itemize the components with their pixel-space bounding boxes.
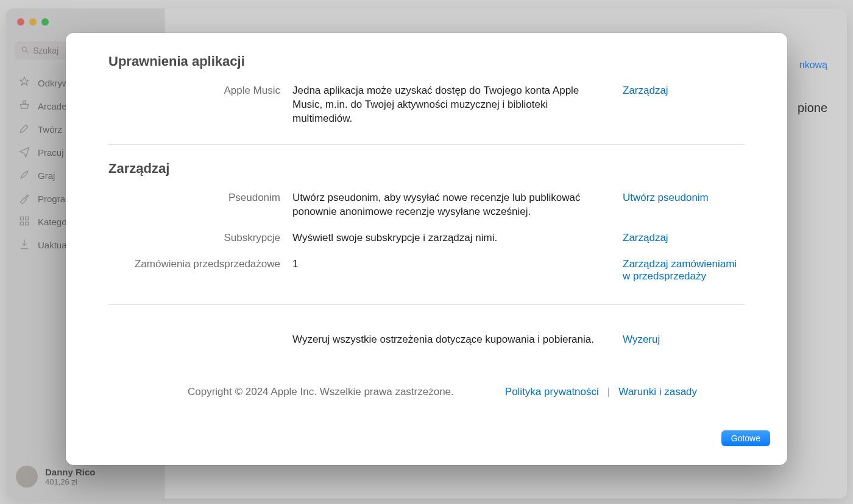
sheet-footer: Gotowe: [66, 421, 787, 465]
svg-rect-4: [26, 217, 29, 220]
row-label: Pseudonim: [108, 191, 280, 204]
divider: [108, 304, 745, 305]
hammer-icon: [18, 192, 30, 206]
manage-subscriptions-link[interactable]: Zarządzaj: [623, 232, 668, 243]
divider: [108, 144, 745, 145]
search-icon: [21, 46, 33, 56]
maximize-window-button[interactable]: [41, 18, 49, 26]
minimize-window-button[interactable]: [29, 18, 37, 26]
paperplane-icon: [18, 145, 30, 159]
background-header-link: nkową: [799, 60, 827, 71]
account-settings-sheet: Uprawnienia aplikacji Apple Music Jedna …: [66, 33, 787, 465]
window-traffic-lights: [6, 9, 164, 26]
row-subscriptions: Subskrypcje Wyświetl swoje subskrypcje i…: [108, 228, 745, 254]
svg-point-0: [22, 47, 26, 51]
download-icon: [18, 238, 30, 252]
privacy-policy-link[interactable]: Polityka prywatności: [505, 386, 599, 398]
grid-icon: [18, 215, 30, 229]
row-description: Jedna aplikacja może uzyskać dostęp do T…: [292, 84, 611, 126]
row-description: 1: [292, 257, 611, 271]
row-preorders: Zamówienia przedsprzedażowe 1 Zarządzaj …: [108, 254, 745, 291]
create-nickname-link[interactable]: Utwórz pseudonim: [623, 192, 709, 203]
done-button[interactable]: Gotowe: [721, 430, 770, 446]
account-name: Danny Rico: [45, 467, 96, 477]
sidebar-item-label: Pracuj: [38, 147, 64, 158]
row-label: Subskrypcje: [108, 231, 280, 244]
manage-preorders-link[interactable]: Zarządzaj zamówieniami w przedsprzedaży: [623, 258, 737, 282]
star-icon: [18, 76, 30, 90]
svg-rect-5: [20, 222, 23, 225]
row-description: Wyzeruj wszystkie ostrzeżenia dotyczące …: [292, 333, 611, 347]
row-description: Wyświetl swoje subskrypcje i zarządzaj n…: [292, 231, 611, 245]
row-description: Utwórz pseudonim, aby wysyłać nowe recen…: [292, 191, 611, 219]
svg-point-2: [23, 100, 26, 103]
section-title-manage: Zarządzaj: [108, 161, 745, 177]
search-placeholder: Szukaj: [33, 46, 58, 55]
svg-line-1: [26, 51, 28, 52]
row-label: Apple Music: [108, 84, 280, 97]
terms-link[interactable]: Warunki i zasady: [618, 386, 697, 398]
svg-rect-3: [20, 217, 23, 220]
row-reset-warnings: Wyzeruj wszystkie ostrzeżenia dotyczące …: [108, 329, 745, 355]
sidebar-item-label: Arcade: [38, 101, 67, 111]
separator: |: [607, 386, 610, 398]
sidebar-item-label: Twórz: [38, 124, 62, 135]
sidebar-item-label: Graj: [38, 170, 55, 181]
rocket-icon: [18, 169, 30, 183]
row-nickname: Pseudonim Utwórz pseudonim, aby wysyłać …: [108, 187, 745, 228]
sheet-legal-footer: Copyright © 2024 Apple Inc. Wszelkie pra…: [108, 386, 745, 398]
arcade-icon: [18, 99, 30, 113]
row-label: Zamówienia przedsprzedażowe: [108, 257, 280, 270]
copyright-text: Copyright © 2024 Apple Inc. Wszelkie pra…: [188, 386, 454, 398]
account-balance: 401,26 zł: [45, 477, 96, 486]
row-apple-music: Apple Music Jedna aplikacja może uzyskać…: [108, 80, 745, 135]
svg-rect-6: [26, 222, 29, 225]
row-label: [108, 333, 280, 334]
avatar: [16, 466, 38, 488]
brush-icon: [18, 122, 30, 136]
section-title-permissions: Uprawnienia aplikacji: [108, 54, 745, 69]
close-window-button[interactable]: [17, 18, 24, 26]
manage-apple-music-link[interactable]: Zarządzaj: [623, 85, 668, 96]
background-right-heading: pione: [798, 101, 827, 115]
reset-warnings-link[interactable]: Wyzeruj: [623, 334, 660, 345]
